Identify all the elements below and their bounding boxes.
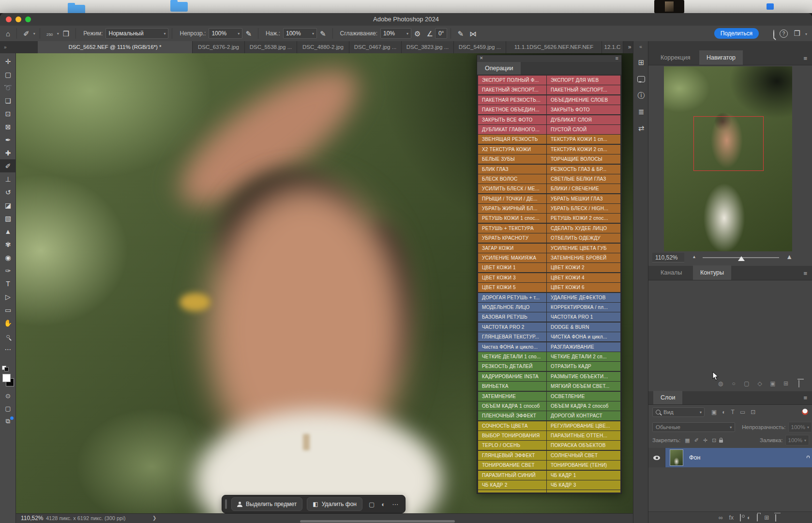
- action-button[interactable]: ОСВЕТЛЕНИЕ: [547, 392, 620, 401]
- action-button[interactable]: ЗВЕНЯЩАЯ РЕЗКОСТЬ: [478, 135, 546, 144]
- brush-preset-icon[interactable]: ✐: [20, 30, 32, 37]
- document-tab[interactable]: DSC_5652.NEF @ 111% (RGB/16*) *: [38, 41, 193, 53]
- navigator-proxy-rect[interactable]: [693, 116, 764, 171]
- action-button[interactable]: СОЧНОСТЬ ЦВЕТА: [478, 421, 546, 431]
- document-tab[interactable]: DSC_5459.jpg ...: [454, 41, 506, 53]
- symmetry-icon[interactable]: ⋈: [466, 30, 480, 37]
- action-button[interactable]: ЦВЕТ КОЖИ 2: [547, 263, 620, 272]
- zoom-in-mountain-icon[interactable]: ▲: [786, 253, 793, 261]
- action-button[interactable]: ЦВЕТ КОЖИ 1: [478, 263, 546, 272]
- action-button[interactable]: ЗАКРЫТЬ ВСЕ ФОТО: [478, 115, 546, 124]
- action-button[interactable]: ПЛЕНОЧНЫЙ ЭФФЕКТ: [478, 411, 546, 420]
- layer-row-background[interactable]: Фон: [648, 448, 812, 467]
- action-button[interactable]: ЗАГАР КОЖИ: [478, 244, 546, 253]
- workspace-icon[interactable]: ❒: [794, 30, 800, 37]
- lock-position-icon[interactable]: ✛: [703, 437, 707, 444]
- zoom-out-mountain-icon[interactable]: ▴: [693, 254, 695, 259]
- panel-menu-icon[interactable]: ≡: [616, 55, 618, 61]
- new-layer-icon[interactable]: ⊞: [764, 514, 769, 521]
- screen-mode-icon[interactable]: ▢: [0, 405, 16, 412]
- smart-object-filter-icon[interactable]: ⊡: [751, 409, 755, 415]
- document-tab[interactable]: DSC_6376-2.jpg: [193, 41, 245, 53]
- action-button[interactable]: БЛЕСК ВОЛОС: [478, 174, 546, 184]
- action-button[interactable]: ЧБ КАДР 3: [547, 480, 620, 490]
- desktop-window-thumb[interactable]: [654, 0, 684, 13]
- crop-badge-icon[interactable]: ▢: [369, 501, 375, 508]
- comments-icon[interactable]: [633, 71, 649, 87]
- document-tab[interactable]: DSC_0467.jpg ...: [349, 41, 402, 53]
- move-tool[interactable]: ✛: [0, 55, 16, 68]
- tab-paths[interactable]: Контуры: [693, 265, 731, 280]
- action-button[interactable]: СВЕТЛЫЕ БЕЛКИ ГЛАЗ: [547, 174, 620, 184]
- action-button[interactable]: СОЛНЕЧНЫЙ СВЕТ: [547, 451, 620, 460]
- smoothing-select[interactable]: 10%▾: [380, 28, 411, 39]
- opacity-value[interactable]: 100% ▾: [788, 422, 812, 432]
- navigator-zoom-slider[interactable]: [703, 257, 779, 258]
- tab-navigator[interactable]: Навигатор: [699, 50, 743, 65]
- action-button[interactable]: РАЗМЫТИЕ ОБЪЕКТИ...: [547, 372, 620, 381]
- edit-toolbar-icon[interactable]: ⋯: [0, 342, 16, 355]
- fill-path-icon[interactable]: ◍: [717, 380, 724, 387]
- action-button[interactable]: ЦВЕТ КОЖИ 3: [478, 273, 546, 282]
- brush-size-preview[interactable]: 250: [44, 30, 56, 37]
- action-button[interactable]: ПРЫЩИ / ТОЧКИ / ДЕ...: [478, 194, 546, 203]
- opacity-select[interactable]: 100%▾: [209, 28, 242, 39]
- action-button[interactable]: ЧБ КАДР 1: [547, 471, 620, 480]
- action-button[interactable]: БЕЛЫЕ ЗУБЫ: [478, 154, 546, 164]
- new-path-icon[interactable]: ⊞: [782, 380, 789, 387]
- shape-filter-icon[interactable]: ▭: [740, 409, 745, 415]
- action-button[interactable]: МОДЕЛЬНОЕ ЛИЦО: [478, 303, 546, 312]
- blend-mode-select[interactable]: Нормальный▾: [105, 28, 168, 39]
- foreground-background-swatches[interactable]: [2, 374, 14, 386]
- action-button[interactable]: ЗАКРЫТЬ ФОТО: [547, 105, 620, 114]
- action-button[interactable]: УСИЛЕНИЕ МАКИЯЖА: [478, 253, 546, 262]
- libraries-icon[interactable]: ⊞: [633, 54, 649, 71]
- lock-artboard-icon[interactable]: ⊡: [712, 437, 716, 444]
- action-button[interactable]: УБРАТЬ ЖИРНЫЙ БЛ...: [478, 204, 546, 213]
- crop-tool[interactable]: ⊡: [0, 107, 16, 120]
- action-button[interactable]: ПАКЕТНЫЙ ЭКСПОРТ...: [547, 85, 620, 94]
- lasso-tool[interactable]: ➰: [0, 81, 16, 94]
- action-button[interactable]: ОТРАЗИТЬ КАДР: [547, 362, 620, 371]
- action-button[interactable]: УСИЛЕНИЕ ЦВЕТА ГУБ: [547, 244, 620, 253]
- action-button[interactable]: РЕЗКОСТЬ ДЕТАЛЕЙ: [478, 362, 546, 371]
- action-button[interactable]: ВИНЬЕТКА: [478, 382, 546, 391]
- select-subject-button[interactable]: Выделить предмет: [231, 497, 302, 511]
- visibility-eye-icon[interactable]: [653, 456, 660, 460]
- smoothing-gear-icon[interactable]: ⚙: [411, 30, 423, 37]
- new-adjustment-icon[interactable]: ◐: [747, 514, 751, 521]
- action-button[interactable]: ПАКЕТНОЕ ОБЪЕДИН...: [478, 105, 546, 114]
- zoom-level-value[interactable]: 110,52%: [21, 515, 43, 522]
- action-button[interactable]: РЕТУШЬ + ТЕКСТУРА: [478, 224, 546, 233]
- fill-value[interactable]: 100% ▾: [785, 435, 809, 446]
- action-button[interactable]: РЕТУШЬ КОЖИ 1 спос...: [478, 214, 546, 223]
- action-button[interactable]: УБРАТЬ БЛЕСК / HIGH...: [547, 204, 620, 213]
- marquee-tool[interactable]: ▢: [0, 68, 16, 81]
- action-button[interactable]: ЧАСТОТКА PRO 1: [547, 312, 620, 322]
- lock-all-icon[interactable]: [719, 440, 723, 443]
- document-tab[interactable]: DSC_3823.jpg ...: [402, 41, 454, 53]
- brush-angle-input[interactable]: 0°: [435, 28, 447, 39]
- action-button[interactable]: ТОНИРОВАНИЕ (ТЕНИ): [547, 461, 620, 470]
- action-button[interactable]: ТОНИРОВАНИЕ СВЕТ: [478, 461, 546, 470]
- action-button[interactable]: ЧЕТКИЕ ДЕТАЛИ 1 спо...: [478, 352, 546, 361]
- navigator-thumbnail[interactable]: [664, 66, 792, 251]
- action-button[interactable]: ПУСТОЙ СЛОЙ: [547, 125, 620, 134]
- action-button[interactable]: ВЫБОР ТОНИРОВАНИЯ: [478, 431, 546, 440]
- dock-collapse-icon[interactable]: «: [633, 41, 648, 54]
- action-button[interactable]: РАЗГЛАЖИВАНИЕ: [547, 342, 620, 352]
- action-button[interactable]: ЦВЕТ КОЖИ 5: [478, 283, 546, 292]
- action-button[interactable]: УСИЛИТЬ БЛЕСК / МЕ...: [478, 184, 546, 193]
- eraser-tool[interactable]: ◪: [0, 199, 16, 212]
- taskbar-drag-handle[interactable]: [225, 499, 227, 509]
- panel-menu-icon[interactable]: ≡: [803, 394, 807, 401]
- desktop-app-icon[interactable]: [767, 3, 774, 10]
- action-button[interactable]: ОБЪЕМ КАДРА 1 способ: [478, 401, 546, 411]
- action-button[interactable]: ЧЕТКИЕ ДЕТАЛИ 2 сп...: [547, 352, 620, 361]
- adjustment-badge-icon[interactable]: ◐: [381, 501, 385, 508]
- action-button[interactable]: ЧАСТОТКА PRO 2: [478, 323, 546, 332]
- action-button[interactable]: ОБЪЕМ КАДРА 2 способ: [547, 401, 620, 411]
- stroke-path-icon[interactable]: ○: [730, 380, 737, 387]
- action-button[interactable]: ПОКРАСКА ОБЪЕКТОВ: [547, 441, 620, 450]
- delete-layer-icon[interactable]: [775, 514, 776, 521]
